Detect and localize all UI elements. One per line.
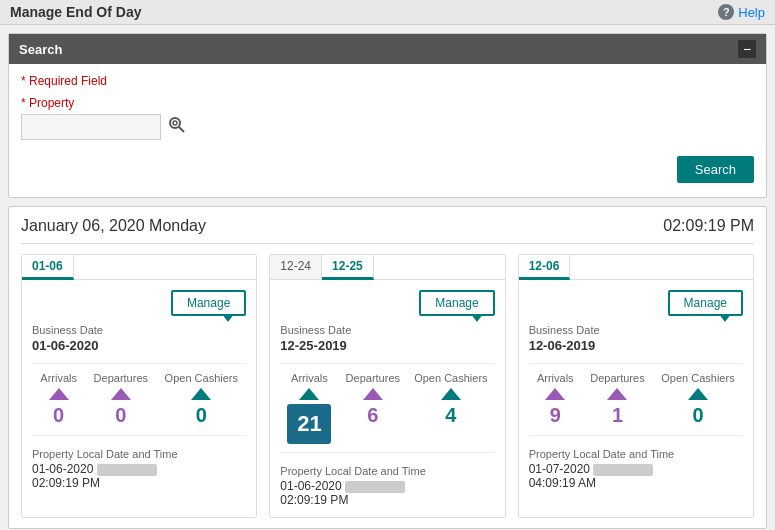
- card-1-local-date-label: Property Local Date and Time: [32, 448, 246, 460]
- card-1-manage-button[interactable]: Manage: [171, 290, 246, 316]
- card-2-business-date-value: 12-25-2019: [280, 338, 494, 353]
- card-1-tabs: 01-06: [22, 255, 256, 280]
- card-2-cashiers-col: Open Cashiers 4: [414, 372, 487, 444]
- svg-line-1: [179, 127, 184, 132]
- card-1-blurred: [97, 464, 157, 476]
- card-3-cashiers-triangle: [688, 388, 708, 400]
- card-3-arrivals-value: 9: [550, 404, 561, 427]
- card-3-tabs: 12-06: [519, 255, 753, 280]
- card-3-local-time-value: 04:09:19 AM: [529, 476, 743, 490]
- svg-point-0: [170, 118, 180, 128]
- card-1-stats-row: Arrivals 0 Departures 0 Open Cashiers 0: [32, 363, 246, 436]
- card-1-arrivals-col: Arrivals 0: [40, 372, 77, 427]
- card-3-departures-col: Departures 1: [590, 372, 644, 427]
- card-2-departures-value: 6: [367, 404, 378, 427]
- card-1-departures-label: Departures: [94, 372, 148, 384]
- page-title: Manage End Of Day: [10, 4, 141, 20]
- card-3-blurred: [593, 464, 653, 476]
- search-panel: Search − * Required Field * Property Sea…: [8, 33, 767, 198]
- card-2-manage-row: Manage: [280, 290, 494, 316]
- collapse-button[interactable]: −: [738, 40, 756, 58]
- card-3-local-date-label: Property Local Date and Time: [529, 448, 743, 460]
- card-1-cashiers-value: 0: [196, 404, 207, 427]
- card-2-departures-triangle: [363, 388, 383, 400]
- card-1-cashiers-triangle: [191, 388, 211, 400]
- card-1-business-date-value: 01-06-2020: [32, 338, 246, 353]
- card-2-body: Manage Business Date 12-25-2019 Arrivals…: [270, 280, 504, 517]
- results-header: January 06, 2020 Monday 02:09:19 PM: [21, 217, 754, 244]
- card-2-tab-1224[interactable]: 12-24: [270, 255, 322, 279]
- card-2-blurred: [345, 481, 405, 493]
- card-1-departures-value: 0: [115, 404, 126, 427]
- card-1-arrivals-value: 0: [53, 404, 64, 427]
- card-1-local-time-value: 02:09:19 PM: [32, 476, 246, 490]
- card-1-body: Manage Business Date 01-06-2020 Arrivals…: [22, 280, 256, 500]
- card-3-arrivals-col: Arrivals 9: [537, 372, 574, 427]
- card-3-departures-label: Departures: [590, 372, 644, 384]
- card-3-arrivals-triangle: [545, 388, 565, 400]
- property-field-row: [21, 114, 754, 140]
- card-3-local-date-value: 01-07-2020: [529, 462, 743, 476]
- search-header-label: Search: [19, 42, 62, 57]
- card-3-departures-triangle: [607, 388, 627, 400]
- search-header: Search −: [9, 34, 766, 64]
- card-2-manage-button[interactable]: Manage: [419, 290, 494, 316]
- property-card-2: 12-24 12-25 Manage Business Date 12-25-2…: [269, 254, 505, 518]
- card-2-arrivals-col: Arrivals 21: [287, 372, 331, 444]
- required-field-note: * Required Field: [21, 74, 754, 88]
- property-card-3: 12-06 Manage Business Date 12-06-2019 Ar…: [518, 254, 754, 518]
- card-3-business-date-label: Business Date: [529, 324, 743, 336]
- card-2-local-date-value: 01-06-2020: [280, 479, 494, 493]
- card-3-business-date-value: 12-06-2019: [529, 338, 743, 353]
- card-3-departures-value: 1: [612, 404, 623, 427]
- search-button[interactable]: Search: [677, 156, 754, 183]
- property-card-1: 01-06 Manage Business Date 01-06-2020 Ar…: [21, 254, 257, 518]
- card-1-business-date-label: Business Date: [32, 324, 246, 336]
- top-bar: Manage End Of Day ? Help: [0, 0, 775, 25]
- help-icon: ?: [718, 4, 734, 20]
- card-1-arrivals-label: Arrivals: [40, 372, 77, 384]
- results-date: January 06, 2020 Monday: [21, 217, 206, 235]
- results-section: January 06, 2020 Monday 02:09:19 PM 01-0…: [8, 206, 767, 529]
- svg-point-2: [173, 121, 177, 125]
- card-3-manage-row: Manage: [529, 290, 743, 316]
- card-3-cashiers-col: Open Cashiers 0: [661, 372, 734, 427]
- card-1-departures-col: Departures 0: [94, 372, 148, 427]
- card-1-arrivals-triangle: [49, 388, 69, 400]
- card-2-cashiers-value: 4: [445, 404, 456, 427]
- card-1-cashiers-label: Open Cashiers: [165, 372, 238, 384]
- card-3-arrivals-label: Arrivals: [537, 372, 574, 384]
- card-3-manage-button[interactable]: Manage: [668, 290, 743, 316]
- search-action-row: Search: [21, 150, 754, 187]
- card-2-cashiers-label: Open Cashiers: [414, 372, 487, 384]
- card-1-local-date-value: 01-06-2020: [32, 462, 246, 476]
- card-2-departures-col: Departures 6: [346, 372, 400, 444]
- card-2-cashiers-triangle: [441, 388, 461, 400]
- card-2-tab-1225[interactable]: 12-25: [322, 255, 374, 280]
- lookup-icon: [167, 115, 187, 135]
- card-1-manage-row: Manage: [32, 290, 246, 316]
- card-2-departures-label: Departures: [346, 372, 400, 384]
- property-lookup-button[interactable]: [167, 115, 187, 139]
- card-1-cashiers-col: Open Cashiers 0: [165, 372, 238, 427]
- card-3-cashiers-label: Open Cashiers: [661, 372, 734, 384]
- card-2-arrivals-label: Arrivals: [291, 372, 328, 384]
- card-2-business-date-label: Business Date: [280, 324, 494, 336]
- results-time: 02:09:19 PM: [663, 217, 754, 235]
- help-link[interactable]: ? Help: [718, 4, 765, 20]
- card-3-body: Manage Business Date 12-06-2019 Arrivals…: [519, 280, 753, 500]
- card-2-stats-row: Arrivals 21 Departures 6 Open Cashiers 4: [280, 363, 494, 453]
- card-2-arrivals-box: 21: [287, 404, 331, 444]
- cards-container: 01-06 Manage Business Date 01-06-2020 Ar…: [21, 254, 754, 518]
- search-body: * Required Field * Property Search: [9, 64, 766, 197]
- card-3-cashiers-value: 0: [692, 404, 703, 427]
- property-input[interactable]: [21, 114, 161, 140]
- card-1-tab-0106[interactable]: 01-06: [22, 255, 74, 280]
- help-label: Help: [738, 5, 765, 20]
- card-1-departures-triangle: [111, 388, 131, 400]
- card-3-stats-row: Arrivals 9 Departures 1 Open Cashiers 0: [529, 363, 743, 436]
- card-3-tab-1206[interactable]: 12-06: [519, 255, 571, 280]
- card-2-local-time-value: 02:09:19 PM: [280, 493, 494, 507]
- card-2-arrivals-triangle: [299, 388, 319, 400]
- property-label: * Property: [21, 96, 754, 110]
